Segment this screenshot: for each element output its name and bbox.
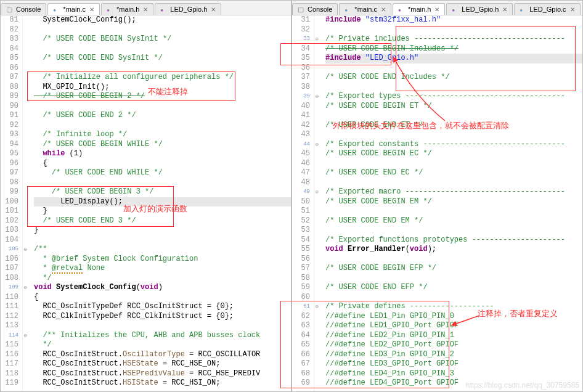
code-line[interactable]: /* Exported functions prototypes -------… (325, 235, 582, 245)
code-line[interactable] (34, 235, 291, 245)
code-line[interactable]: /* USER CODE BEGIN EFP */ (325, 264, 582, 274)
code-line[interactable] (325, 63, 582, 73)
tab-console[interactable]: Console (292, 3, 338, 15)
code-line[interactable]: /* Private includes --------------------… (325, 35, 582, 44)
code-line[interactable]: /* USER CODE BEGIN EC */ (325, 149, 582, 159)
code-line[interactable]: /* Exported constants ------------------… (325, 140, 582, 150)
tab-led_gpioc[interactable]: LED_Gpio.c✕ (514, 3, 580, 15)
code-line[interactable]: void Error_Handler(void); (325, 245, 582, 255)
code-line[interactable]: /* USER CODE BEGIN ET */ (325, 102, 582, 112)
tab-mainc[interactable]: *main.c✕ (339, 3, 391, 15)
tab-led_gpioh[interactable]: LED_Gpio.h✕ (155, 3, 221, 15)
code-line[interactable] (325, 255, 582, 264)
code-line[interactable]: LED_Display(); (34, 197, 291, 207)
code-line[interactable]: /* USER CODE END 3 */ (34, 216, 291, 226)
line-number: 48 (295, 178, 310, 188)
code-line[interactable]: RCC_OscInitStruct.OscillatorType = RCC_O… (34, 350, 291, 360)
code-line[interactable] (325, 25, 582, 35)
code-line[interactable] (34, 321, 291, 331)
code-line[interactable]: /* Exported macro ----------------------… (325, 187, 582, 197)
code-line[interactable] (325, 111, 582, 121)
code-line[interactable]: /* Initialize all configured peripherals… (34, 73, 291, 83)
code-line[interactable]: * @retval None (34, 264, 291, 274)
code-line[interactable]: /** (34, 245, 291, 255)
code-line[interactable]: /* USER CODE BEGIN 3 */ (34, 187, 291, 197)
code-line[interactable] (34, 178, 291, 188)
close-icon[interactable]: ✕ (570, 6, 575, 13)
code-line[interactable]: * @brief System Clock Configuration (34, 255, 291, 264)
line-number: 54 (295, 235, 310, 245)
code-line[interactable]: MX_GPIO_Init(); (34, 83, 291, 92)
tab-mainc[interactable]: *main.c✕ (47, 3, 100, 15)
code-line[interactable] (325, 130, 582, 140)
tab-console[interactable]: Console (1, 3, 46, 15)
tab-mainh[interactable]: *main.h✕ (393, 3, 445, 15)
code-line[interactable]: /* Infinite loop */ (34, 130, 291, 140)
line-number: 82 (3, 25, 18, 35)
code-line[interactable]: /* Exported types ----------------------… (325, 92, 582, 102)
code-line[interactable]: void SystemClock_Config(void) (34, 283, 291, 293)
code-line[interactable]: //#define LED1_Pin GPIO_PIN_0 (325, 312, 582, 322)
code-line[interactable]: /* USER CODE BEGIN Includes */ (325, 44, 582, 54)
code-line[interactable]: SystemClock_Config(); (34, 15, 291, 25)
code-line[interactable]: /* USER CODE END ET */ (325, 121, 582, 131)
code-line[interactable]: */ (34, 340, 291, 350)
code-line[interactable]: /** Initializes the CPU, AHB and APB bus… (34, 331, 291, 341)
code-line[interactable]: /* USER CODE END EM */ (325, 216, 582, 226)
code-line[interactable]: #include "stm32f1xx_hal.h" (325, 15, 582, 25)
code-line[interactable]: //#define LED3_GPIO_Port GPIOF (325, 359, 582, 369)
code-line[interactable]: /* USER CODE END 2 */ (34, 111, 291, 121)
left-source[interactable]: SystemClock_Config(); /* USER CODE BEGIN… (23, 15, 291, 391)
code-line[interactable]: /* USER CODE END Includes */ (325, 73, 582, 83)
code-line[interactable]: RCC_OscInitStruct.HSIState = RCC_HSI_ON; (34, 378, 291, 388)
tab-led_gpioh[interactable]: LED_Gpio.h✕ (446, 3, 513, 15)
code-line[interactable]: //#define LED2_GPIO_Port GPIOF (325, 340, 582, 350)
code-line[interactable]: //#define LED2_Pin GPIO_PIN_1 (325, 331, 582, 341)
code-line[interactable] (325, 293, 582, 303)
code-line[interactable] (325, 178, 582, 188)
right-source[interactable]: #include "stm32f1xx_hal.h"/* Private inc… (314, 15, 582, 391)
code-line[interactable]: /* Private defines ------------------- (325, 302, 582, 312)
code-line[interactable] (325, 226, 582, 235)
code-line[interactable]: /* USER CODE END EC */ (325, 168, 582, 178)
code-line[interactable]: */ (34, 274, 291, 284)
code-line[interactable] (34, 63, 291, 73)
code-line[interactable]: //#define LED1_GPIO_Port GPIOF (325, 321, 582, 331)
code-line[interactable]: //#define LED4_Pin GPIO_PIN_3 (325, 369, 582, 379)
right-code-area[interactable]: 3132333435363738394041424344454647484950… (292, 15, 582, 391)
code-line[interactable]: //#define LED3_Pin GPIO_PIN_2 (325, 350, 582, 360)
code-line[interactable]: /* USER CODE BEGIN EM */ (325, 197, 582, 207)
code-line[interactable]: while (1) (34, 149, 291, 159)
code-line[interactable]: #include "LED_Gpio.h" (325, 54, 582, 63)
code-line[interactable] (34, 25, 291, 35)
code-line[interactable]: } (34, 226, 291, 235)
code-line[interactable]: RCC_OscInitStruct.HSEState = RCC_HSE_ON; (34, 359, 291, 369)
code-line[interactable] (325, 206, 582, 216)
code-line[interactable] (325, 83, 582, 92)
code-line[interactable]: /* USER CODE END SysInit */ (34, 54, 291, 63)
code-line[interactable] (325, 159, 582, 169)
close-icon[interactable]: ✕ (381, 6, 386, 13)
left-code-area[interactable]: 8182838485868788899091929394959697989910… (1, 15, 291, 391)
code-line[interactable]: RCC_ClkInitTypeDef RCC_ClkInitStruct = {… (34, 312, 291, 322)
code-line[interactable]: } (34, 206, 291, 216)
code-line[interactable]: /* USER CODE END WHILE */ (34, 168, 291, 178)
code-line[interactable]: { (34, 293, 291, 303)
code-line[interactable] (34, 102, 291, 112)
code-line[interactable]: /* USER CODE END EFP */ (325, 283, 582, 293)
code-line[interactable] (325, 274, 582, 284)
close-icon[interactable]: ✕ (502, 6, 507, 13)
close-icon[interactable]: ✕ (434, 6, 439, 13)
code-line[interactable] (34, 121, 291, 131)
code-line[interactable]: /* USER CODE BEGIN WHILE */ (34, 140, 291, 150)
close-icon[interactable]: ✕ (211, 6, 216, 13)
tab-mainh[interactable]: *main.h✕ (101, 3, 153, 15)
code-line[interactable]: /* USER CODE BEGIN 2 */ (34, 92, 291, 102)
close-icon[interactable]: ✕ (89, 6, 94, 13)
code-line[interactable]: RCC_OscInitTypeDef RCC_OscInitStruct = {… (34, 302, 291, 312)
code-line[interactable]: RCC_OscInitStruct.HSEPredivValue = RCC_H… (34, 369, 291, 379)
code-line[interactable]: /* USER CODE BEGIN SysInit */ (34, 35, 291, 44)
code-line[interactable]: { (34, 159, 291, 169)
code-line[interactable] (34, 44, 291, 54)
close-icon[interactable]: ✕ (143, 6, 148, 13)
